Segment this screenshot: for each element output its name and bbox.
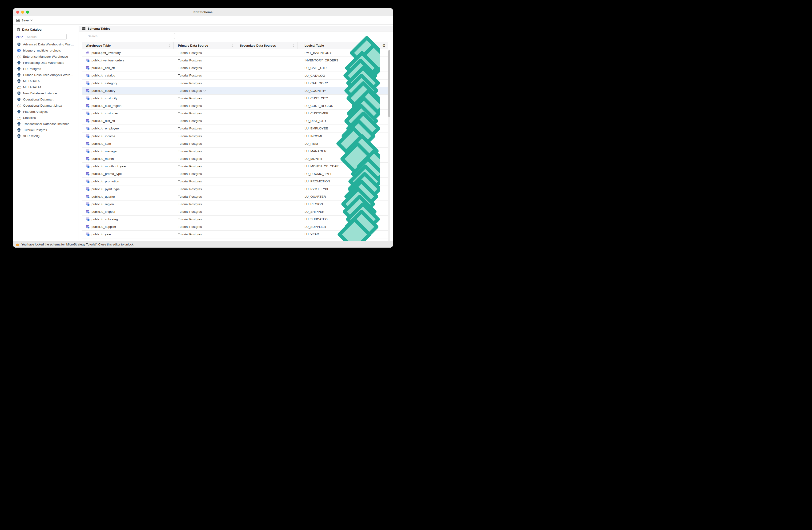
warehouse-table-cell[interactable]: public.lu_region xyxy=(82,202,174,206)
primary-data-source-cell[interactable]: Tutorial Postgres xyxy=(174,112,236,115)
primary-data-source-cell[interactable]: Tutorial Postgres xyxy=(174,233,236,236)
warehouse-table-cell[interactable]: public.lu_month xyxy=(82,157,174,161)
primary-data-source-cell[interactable]: Tutorial Postgres xyxy=(174,225,236,229)
sidebar-item[interactable]: HR Postgres xyxy=(13,66,78,72)
primary-data-source-cell[interactable]: Tutorial Postgres xyxy=(174,66,236,70)
sidebar-item[interactable]: Platform Analytics xyxy=(13,108,78,115)
primary-data-source-cell[interactable]: Tutorial Postgres xyxy=(174,104,236,107)
logical-table-cell[interactable]: LU_YEAR3#1 xyxy=(298,217,380,241)
sidebar-item[interactable]: XHR MySQL xyxy=(13,133,78,139)
warehouse-table-cell[interactable]: public.lu_year xyxy=(82,232,174,236)
warehouse-table-cell[interactable]: public.lu_item xyxy=(82,142,174,146)
table-row[interactable]: public.lu_yearTutorial PostgresLU_YEAR3#… xyxy=(82,231,388,238)
warehouse-table-cell[interactable]: public.lu_employee xyxy=(82,127,174,130)
sidebar-item[interactable]: Operational Datamart Linux xyxy=(13,102,78,108)
datasource-list: Advanced Data Warehousing War…bigquery_m… xyxy=(13,41,78,139)
chevron-down-icon[interactable] xyxy=(203,90,206,91)
datasource-label: Operational Datamart xyxy=(23,98,54,101)
primary-data-source-cell[interactable]: Tutorial Postgres xyxy=(174,157,236,161)
warehouse-table-cell[interactable]: public.lu_shipper xyxy=(82,210,174,214)
warehouse-table-name: public.lu_supplier xyxy=(91,225,116,229)
primary-data-source-cell[interactable]: Tutorial Postgres xyxy=(174,82,236,85)
primary-data-source-cell[interactable]: Tutorial Postgres xyxy=(174,97,236,100)
warehouse-table-cell[interactable]: public.lu_income xyxy=(82,134,174,138)
warehouse-table-cell[interactable]: public.lu_dist_ctr xyxy=(82,119,174,123)
table-settings-button[interactable]: ⚙ xyxy=(380,42,388,49)
sidebar-item[interactable]: METADATA1 xyxy=(13,84,78,90)
primary-data-source-cell[interactable]: Tutorial Postgres xyxy=(174,202,236,206)
fact-table-icon xyxy=(86,51,90,55)
postgres-icon xyxy=(17,79,21,83)
sidebar-item[interactable]: Human Resources Analysis Ware… xyxy=(13,72,78,78)
primary-data-source-cell[interactable]: Tutorial Postgres xyxy=(174,127,236,130)
primary-data-source-cell[interactable]: Tutorial Postgres xyxy=(174,218,236,221)
warehouse-table-cell[interactable]: public.pmt_inventory xyxy=(82,51,174,55)
catalog-filter-dropdown[interactable]: All xyxy=(16,35,23,39)
postgres-icon xyxy=(17,91,21,95)
warehouse-table-cell[interactable]: public.lu_customer xyxy=(82,111,174,115)
catalog-search-input[interactable] xyxy=(25,34,67,40)
lookup-table-icon xyxy=(86,96,90,100)
primary-data-source-cell[interactable]: Tutorial Postgres xyxy=(174,149,236,153)
chevron-down-icon[interactable] xyxy=(30,19,33,21)
primary-data-source-cell[interactable]: Tutorial Postgres xyxy=(174,195,236,198)
sidebar-item[interactable]: Statistics xyxy=(13,115,78,121)
vertical-scrollbar[interactable] xyxy=(388,50,390,241)
primary-data-source-cell[interactable]: Tutorial Postgres xyxy=(174,164,236,168)
warehouse-table-name: public.lu_cust_city xyxy=(91,97,117,100)
primary-data-source-cell[interactable]: Tutorial Postgres xyxy=(174,172,236,176)
column-header-warehouse-table[interactable]: Warehouse Table xyxy=(82,42,174,49)
warehouse-table-name: public.lu_dist_ctr xyxy=(91,119,115,123)
sort-icon[interactable] xyxy=(231,44,233,47)
minimize-window-button[interactable] xyxy=(21,11,24,14)
primary-data-source-cell[interactable]: Tutorial Postgres xyxy=(174,59,236,62)
warehouse-table-cell[interactable]: public.lu_promotion xyxy=(82,179,174,183)
zoom-window-button[interactable] xyxy=(26,11,29,14)
primary-data-source-cell[interactable]: Tutorial Postgres xyxy=(174,180,236,183)
primary-data-source-value: Tutorial Postgres xyxy=(178,233,202,236)
primary-data-source-cell[interactable]: Tutorial Postgres xyxy=(174,187,236,191)
warehouse-table-cell[interactable]: public.lu_call_ctr xyxy=(82,66,174,70)
sidebar-item[interactable]: Transactional Database Instance xyxy=(13,121,78,127)
warehouse-table-cell[interactable]: public.lu_manager xyxy=(82,149,174,153)
primary-data-source-cell[interactable]: Tutorial Postgres xyxy=(174,210,236,214)
lookup-table-icon xyxy=(86,225,90,229)
warehouse-table-cell[interactable]: public.lu_month_of_year xyxy=(82,164,174,168)
sidebar-item[interactable]: Tutorial Postgres xyxy=(13,127,78,133)
primary-data-source-cell[interactable]: Tutorial Postgres xyxy=(174,51,236,55)
sort-icon[interactable] xyxy=(169,44,171,47)
scrollbar-thumb[interactable] xyxy=(388,50,390,117)
sidebar-item[interactable]: Forecasting Data Warehouse xyxy=(13,60,78,66)
sidebar-item[interactable]: Advanced Data Warehousing War… xyxy=(13,41,78,47)
warehouse-table-cell[interactable]: public.lu_quarter xyxy=(82,195,174,198)
warehouse-table-cell[interactable]: public.lu_catalog xyxy=(82,73,174,77)
tables-search-input[interactable] xyxy=(86,33,175,39)
sidebar-item[interactable]: New Database Instance xyxy=(13,90,78,96)
sidebar-item[interactable]: bigquery_multiple_projects xyxy=(13,47,78,54)
warehouse-table-cell[interactable]: public.lu_promo_type xyxy=(82,172,174,176)
sidebar-item[interactable]: Operational Datamart xyxy=(13,96,78,102)
primary-data-source-cell[interactable]: Tutorial Postgres xyxy=(174,119,236,123)
sidebar-item[interactable]: Enterprise Manager Warehouse xyxy=(13,54,78,60)
warehouse-table-cell[interactable]: public.lu_cust_city xyxy=(82,96,174,100)
warehouse-table-cell[interactable]: public.lu_supplier xyxy=(82,225,174,229)
window-titlebar: Edit Schema xyxy=(13,8,393,16)
primary-data-source-cell[interactable]: Tutorial Postgres xyxy=(174,134,236,138)
sidebar-item[interactable]: METADATA xyxy=(13,78,78,84)
warehouse-table-cell[interactable]: public.inventory_orders xyxy=(82,58,174,62)
warehouse-table-cell[interactable]: public.lu_country xyxy=(82,89,174,93)
lookup-table-icon xyxy=(86,127,90,130)
sort-icon[interactable] xyxy=(292,44,294,47)
save-button[interactable]: Save xyxy=(16,19,33,22)
warehouse-table-cell[interactable]: public.lu_pymt_type xyxy=(82,187,174,191)
window-title: Edit Schema xyxy=(193,10,213,14)
close-window-button[interactable] xyxy=(16,11,19,14)
warehouse-table-cell[interactable]: public.lu_category xyxy=(82,81,174,85)
column-header-secondary-data-sources[interactable]: Secondary Data Sources xyxy=(236,42,298,49)
column-header-primary-data-source[interactable]: Primary Data Source xyxy=(174,42,236,49)
primary-data-source-cell[interactable]: Tutorial Postgres xyxy=(174,142,236,145)
primary-data-source-cell[interactable]: Tutorial Postgres xyxy=(174,74,236,77)
warehouse-table-cell[interactable]: public.lu_subcateg xyxy=(82,217,174,221)
warehouse-table-cell[interactable]: public.lu_cust_region xyxy=(82,104,174,108)
primary-data-source-cell[interactable]: Tutorial Postgres xyxy=(174,89,236,92)
